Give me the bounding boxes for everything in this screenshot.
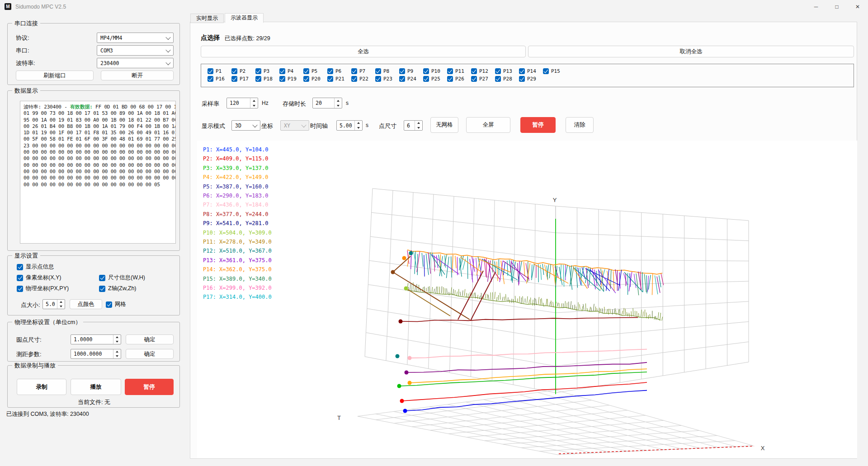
play-button[interactable]: 播放 [71,379,121,395]
spin-up-icon[interactable] [57,300,65,304]
point-checkbox-P12[interactable]: P12 [471,68,495,74]
checkbox-label: P21 [335,76,344,82]
checkbox-label: P5 [311,68,317,74]
point-checkbox-P24[interactable]: P24 [399,76,423,82]
point-checkbox-P3[interactable]: P3 [255,68,279,74]
dot-pitch-value: 6 [404,121,415,130]
point-checkbox-P23[interactable]: P23 [375,76,399,82]
sampling-rate-spinner[interactable]: 120 [226,98,258,108]
spin-down-icon[interactable] [250,103,258,108]
point-checkbox-P14[interactable]: P14 [519,68,543,74]
point-checkbox-P2[interactable]: P2 [231,68,255,74]
fullscreen-button[interactable]: 全屏 [466,117,510,133]
plot-3d-canvas[interactable]: YTX [197,141,857,458]
spin-up-icon[interactable] [113,335,121,339]
tab-oscilloscope-display[interactable]: 示波器显示 [225,13,264,23]
refresh-port-button[interactable]: 刷新端口 [16,71,94,80]
spin-up-icon[interactable] [250,98,258,103]
point-checkbox-P15[interactable]: P15 [543,68,567,74]
point-coord-P16: P16: X=299.0, Y=392.0 [203,285,272,294]
point-checkbox-P26[interactable]: P26 [447,76,471,82]
display-mode-dropdown[interactable]: 3D [231,120,260,131]
dot-pitch-spinner[interactable]: 6 [404,120,423,131]
clear-button[interactable]: 清除 [566,117,594,133]
pause-plot-button[interactable]: 暂停 [520,117,556,133]
deselect-all-button[interactable]: 取消全选 [528,46,854,57]
baud-dropdown[interactable]: 230400 [97,58,174,68]
checkbox-checked-icon [17,286,23,292]
point-checkbox-P22[interactable]: P22 [351,76,375,82]
dot-size-input[interactable]: 1.0000 [71,334,121,344]
select-all-button[interactable]: 全选 [201,46,526,57]
dot-size-confirm-button[interactable]: 确定 [126,334,174,344]
spin-down-icon[interactable] [57,304,65,309]
point-checkbox-P28[interactable]: P28 [495,76,519,82]
checkbox-label: P15 [551,68,560,74]
port-dropdown[interactable]: COM3 [97,45,174,56]
spin-down-icon[interactable] [113,339,121,344]
point-checkbox-P8[interactable]: P8 [375,68,399,74]
distance-confirm-button[interactable]: 确定 [126,349,174,359]
point-coord-P2: P2: X=409.0, Y=115.0 [203,155,269,165]
point-checkbox-P10[interactable]: P10 [423,68,447,74]
size-info-checkbox[interactable]: 尺寸信息(W,H) [99,274,145,282]
spin-down-icon[interactable] [415,126,422,131]
spin-up-icon[interactable] [113,349,121,354]
checkbox-checked-icon [303,76,309,82]
baud-value: 230400 [100,60,119,66]
point-coord-P4: P4: X=422.0, Y=149.0 [203,174,269,183]
physical-coord-checkbox[interactable]: 物理坐标(PX,PY) [17,285,69,292]
point-coord-P14: P14: X=362.0, Y=375.0 [203,266,272,275]
grid-checkbox[interactable]: 网格 [106,301,126,308]
point-checkbox-P1[interactable]: P1 [208,68,231,74]
port-label: 串口: [16,47,29,55]
spin-up-icon[interactable] [355,121,362,126]
pixel-coord-checkbox[interactable]: 像素坐标(X,Y) [17,274,61,282]
distance-input[interactable]: 1000.0000 [71,349,121,359]
point-checkbox-P21[interactable]: P21 [327,76,351,82]
spin-down-icon[interactable] [335,103,342,108]
z-axis-checkbox[interactable]: Z轴(Zw,Zh) [99,285,137,292]
point-checkbox-P16[interactable]: P16 [208,76,231,82]
time-axis-spinner[interactable]: 5.00 [336,120,363,131]
point-checkbox-P18[interactable]: P18 [255,76,279,82]
point-checkbox-P19[interactable]: P19 [279,76,303,82]
distance-value: 1000.0000 [71,349,113,358]
physical-settings-title: 物理坐标设置（单位cm） [12,318,83,326]
point-checkbox-P27[interactable]: P27 [471,76,495,82]
no-grid-button[interactable]: 无网格 [430,117,458,133]
disconnect-button[interactable]: 断开 [101,71,174,80]
point-checkbox-P29[interactable]: P29 [519,76,543,82]
point-checkbox-P9[interactable]: P9 [399,68,423,74]
serial-connection-group: 串口连接 协议: MP4/MM4 串口: COM3 波特率: 230400 刷新… [7,23,180,85]
close-icon[interactable]: ✕ [847,0,868,14]
point-checkbox-P20[interactable]: P20 [303,76,327,82]
point-checkbox-P25[interactable]: P25 [423,76,447,82]
maximize-icon[interactable]: □ [826,0,847,14]
point-checkbox-P4[interactable]: P4 [279,68,303,74]
point-checkbox-P11[interactable]: P11 [447,68,471,74]
point-checkbox-P17[interactable]: P17 [231,76,255,82]
checkbox-label: 物理坐标(PX,PY) [26,285,69,292]
hex-data[interactable]: 波特率: 230400 - 有效数据: FF 0D 01 BD 00 68 00… [20,101,176,244]
tab-realtime-display[interactable]: 实时显示 [190,14,224,23]
point-checkbox-P7[interactable]: P7 [351,68,375,74]
point-checkbox-P13[interactable]: P13 [495,68,519,74]
show-point-info-checkbox[interactable]: 显示点信息 [17,263,54,271]
spin-up-icon[interactable] [415,121,422,126]
record-button[interactable]: 录制 [17,379,66,395]
pause-recording-button[interactable]: 暂停 [125,379,174,395]
point-checkbox-P5[interactable]: P5 [303,68,327,74]
checkbox-label: P12 [479,68,488,74]
storage-duration-spinner[interactable]: 20 [312,98,342,108]
point-size-spinner[interactable]: 5.0 [42,299,65,309]
chevron-down-icon [252,122,257,127]
spin-up-icon[interactable] [335,98,342,103]
point-checkbox-P6[interactable]: P6 [327,68,351,74]
point-color-button[interactable]: 点颜色 [70,299,102,309]
spin-down-icon[interactable] [113,354,121,358]
protocol-dropdown[interactable]: MP4/MM4 [97,33,174,43]
spin-down-icon[interactable] [355,126,362,131]
point-checkbox-row-2: P16P17P18P19P20P21P22P23P24P25P26P27P28P… [208,75,854,83]
minimize-icon[interactable]: ─ [806,0,826,14]
